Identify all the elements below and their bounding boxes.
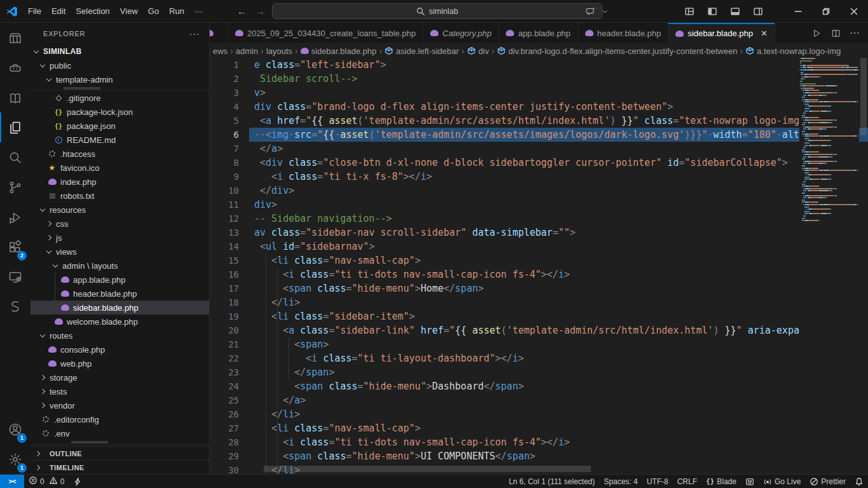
code-line-19[interactable]: 19 <li class="sidebar-item"> <box>210 309 868 323</box>
feedback-smiley-icon[interactable] <box>741 475 759 488</box>
explorer-icon[interactable] <box>0 112 31 142</box>
code-line-11[interactable]: 11div> <box>210 198 868 212</box>
tree-item-package-lock.json[interactable]: {}package-lock.json <box>31 105 209 119</box>
line-number[interactable]: 6 <box>210 128 249 142</box>
code-line-10[interactable]: 10 </div> <box>210 184 868 198</box>
tree-item-package.json[interactable]: {}package.json <box>31 119 209 133</box>
line-number[interactable]: 16 <box>210 268 249 281</box>
line-number[interactable]: 3 <box>210 86 249 100</box>
explorer-more-actions[interactable]: ··· <box>189 29 200 39</box>
tree-item-js[interactable]: js <box>31 231 209 245</box>
code-line-3[interactable]: 3v> <box>210 86 868 100</box>
settings-gear-icon[interactable]: 1 <box>0 444 31 474</box>
command-center-search[interactable]: siminlab <box>272 3 602 19</box>
go-live[interactable]: Go Live <box>759 475 805 488</box>
code-line-28[interactable]: 28 <i class="ti ti-dots nav-small-cap-ic… <box>210 435 868 449</box>
line-number[interactable]: 1 <box>210 58 249 72</box>
line-number[interactable]: 24 <box>210 379 249 393</box>
code-line-13[interactable]: 13av class="sidebar-nav scroll-sidebar" … <box>210 226 868 240</box>
code-line-26[interactable]: 26 </li> <box>210 407 868 421</box>
line-number[interactable]: 19 <box>210 309 249 323</box>
line-number[interactable]: 26 <box>210 407 249 421</box>
minimize-button[interactable] <box>784 0 812 23</box>
close-tab-icon[interactable]: ✕ <box>761 29 768 38</box>
code-line-6[interactable]: 6··<img·src="{{·asset('template-admin/sr… <box>210 128 868 142</box>
navigate-forward-icon[interactable]: → <box>255 6 265 17</box>
tree-item-tests[interactable]: tests <box>31 384 209 398</box>
line-number[interactable]: 14 <box>210 240 249 254</box>
menu-item-view[interactable]: View <box>115 4 143 18</box>
remote-explorer-icon[interactable] <box>0 262 31 292</box>
chevron-down-icon[interactable] <box>600 3 610 20</box>
tree-item-public[interactable]: public <box>31 58 209 72</box>
code-line-21[interactable]: 21 <span> <box>210 337 868 351</box>
tree-item-routes[interactable]: routes <box>31 329 209 342</box>
remote-indicator[interactable]: >< <box>0 475 24 488</box>
encoding[interactable]: UTF-8 <box>642 475 673 488</box>
code-line-14[interactable]: 14 <ul id="sidebarnav"> <box>210 240 868 254</box>
line-number[interactable]: 27 <box>210 421 249 435</box>
line-number[interactable]: 25 <box>210 393 249 407</box>
line-number[interactable]: 28 <box>210 435 249 449</box>
line-number[interactable]: 17 <box>210 281 249 295</box>
navigate-back-icon[interactable]: ← <box>237 6 247 17</box>
vertical-scrollbar[interactable] <box>859 58 868 474</box>
tree-item-css[interactable]: css <box>31 217 209 231</box>
line-number[interactable]: 13 <box>210 226 249 240</box>
breadcrumb-item[interactable]: ews <box>213 46 227 56</box>
cursor-position[interactable]: Ln 6, Col 1 (111 selected) <box>505 475 600 488</box>
code-line-12[interactable]: 12-- Sidebar navigation--> <box>210 212 868 226</box>
line-number[interactable]: 7 <box>210 142 249 156</box>
line-number[interactable]: 22 <box>210 351 249 365</box>
line-number[interactable]: 15 <box>210 254 249 268</box>
account-icon[interactable]: 1 <box>0 414 31 444</box>
split-editor-icon[interactable] <box>827 25 844 41</box>
code-line-27[interactable]: 27 <li class="nav-small-cap"> <box>210 421 868 435</box>
section-timeline[interactable]: TIMELINE <box>31 460 209 474</box>
code-line-5[interactable]: 5 <a href="{{ asset('template-admin/src/… <box>210 114 868 128</box>
menu-item-go[interactable]: Go <box>143 4 164 18</box>
tab-category-php[interactable]: Category.php <box>423 23 499 43</box>
line-number[interactable]: 21 <box>210 337 249 351</box>
line-number[interactable]: 23 <box>210 365 249 379</box>
breadcrumb-item[interactable]: a.text-nowrap.logo-img <box>745 46 841 56</box>
line-number[interactable]: 29 <box>210 449 249 463</box>
s-extension-icon[interactable] <box>0 292 31 322</box>
line-number[interactable]: 18 <box>210 295 249 309</box>
tab-sidebar-blade-php[interactable]: sidebar.blade.php✕ <box>668 23 775 44</box>
customize-layout-icon[interactable] <box>680 3 699 20</box>
code-line-8[interactable]: 8 <div class="close-btn d-xl-none d-bloc… <box>210 156 868 170</box>
toggle-secondary-sidebar-icon[interactable] <box>749 3 768 20</box>
tree-item-index.php[interactable]: index.php <box>31 175 209 189</box>
tree-item-.gitignore[interactable]: .gitignore <box>31 91 209 105</box>
language-mode[interactable]: {}Blade <box>702 475 741 488</box>
copilot-icon[interactable] <box>0 53 31 83</box>
code-line-23[interactable]: 23 </span> <box>210 365 868 379</box>
section-outline[interactable]: OUTLINE <box>31 446 209 460</box>
close-button[interactable] <box>840 0 868 23</box>
restore-button[interactable] <box>812 0 840 23</box>
code-line-2[interactable]: 2 Sidebar scroll--> <box>210 72 868 86</box>
code-line-1[interactable]: 1e class="left-sidebar"> <box>210 58 868 72</box>
run-file-icon[interactable] <box>808 25 825 41</box>
toggle-panel-icon[interactable] <box>726 3 745 20</box>
zap-icon[interactable] <box>69 475 86 488</box>
tree-item-admin-layouts[interactable]: admin \ layouts <box>31 259 209 273</box>
line-number[interactable]: 9 <box>210 170 249 184</box>
code-line-24[interactable]: 24 <span class="hide-menu">Dashboard</sp… <box>210 379 868 393</box>
tab-header-blade-php[interactable]: header.blade.php <box>578 23 668 43</box>
tab-partial[interactable] <box>210 23 228 43</box>
breadcrumb-item[interactable]: div <box>467 46 489 56</box>
search-icon[interactable] <box>0 142 31 172</box>
breadcrumb-item[interactable]: sidebar.blade.php <box>301 46 377 56</box>
breadcrumb-item[interactable]: div.brand-logo.d-flex.align-items-center… <box>497 46 737 56</box>
menu-item-edit[interactable]: Edit <box>46 4 71 18</box>
line-number[interactable]: 30 <box>210 463 249 474</box>
tree-item-favicon.ico[interactable]: ★favicon.ico <box>31 161 209 175</box>
tab-app-blade-php[interactable]: app.blade.php <box>499 23 578 43</box>
code-line-15[interactable]: 15 <li class="nav-small-cap"> <box>210 254 868 268</box>
tree-item-siminlab[interactable]: SIMINLAB <box>31 44 209 58</box>
tree-item-welcome.blade.php[interactable]: welcome.blade.php <box>31 315 209 329</box>
tree-item-console.php[interactable]: console.php <box>31 342 209 356</box>
indentation[interactable]: Spaces: 4 <box>599 475 642 488</box>
